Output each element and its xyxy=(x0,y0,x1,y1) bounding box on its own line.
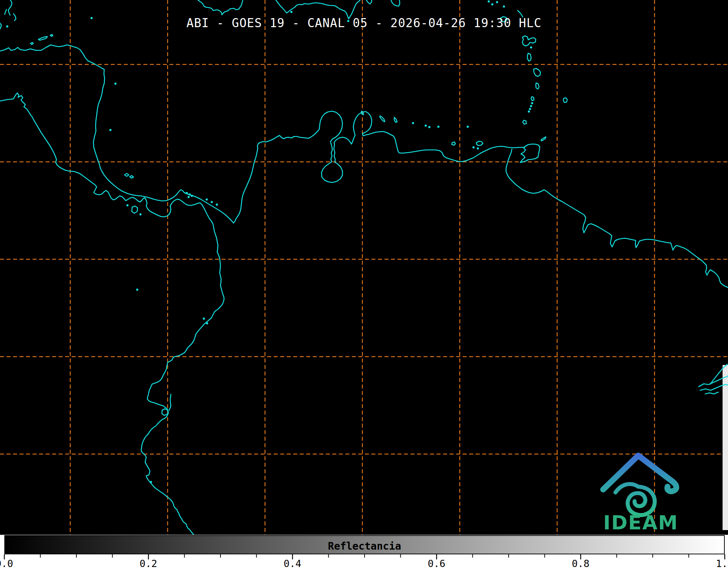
coast-honduras-fragment-2 xyxy=(5,9,7,14)
island-tobago xyxy=(541,137,546,141)
small-island-dot xyxy=(491,3,493,5)
island-guanaja xyxy=(50,34,53,36)
colorbar-tick-label: 0.2 xyxy=(140,558,157,569)
island-martinique xyxy=(534,68,540,76)
coast-pacific-fonseca-to-peru xyxy=(0,93,224,534)
island-curacao xyxy=(380,116,385,122)
small-island-dot xyxy=(467,126,469,128)
island-bocas-del-toro-1 xyxy=(125,173,129,176)
colorbar-footer: Reflectancia 0.00.20.40.60.81.0 xyxy=(0,535,728,571)
small-island-dot xyxy=(203,318,205,320)
small-island-dot xyxy=(530,46,532,49)
small-island-dot xyxy=(530,105,532,107)
small-island-dot xyxy=(136,289,138,291)
small-island-dot xyxy=(216,203,218,206)
colorbar-tick-label: 0.8 xyxy=(572,558,590,569)
island-grenada xyxy=(523,120,526,124)
small-island-dot xyxy=(188,196,190,198)
colorbar-tick-label: 0.0 xyxy=(0,558,13,569)
coast-orinoco-delta-guianas xyxy=(506,149,728,287)
island-hispaniola-east-fragment xyxy=(366,0,372,4)
small-island-dot xyxy=(206,198,208,201)
coastline-layer xyxy=(0,0,728,534)
small-island-dot xyxy=(186,192,188,194)
small-islands-layer xyxy=(6,0,533,483)
logo-text: IDEAM xyxy=(603,511,678,534)
small-island-dot xyxy=(531,102,533,104)
island-st-lucia xyxy=(536,83,539,89)
small-island-dot xyxy=(412,122,414,124)
logo-spiral-icon xyxy=(615,484,655,515)
small-island-dot xyxy=(206,322,208,324)
coast-honduras-fragment-1 xyxy=(8,0,12,15)
small-island-dot xyxy=(211,201,213,203)
colorbar-tick-label: 0.4 xyxy=(284,558,302,569)
small-island-dot xyxy=(191,195,193,197)
small-island-dot xyxy=(528,110,530,113)
island-dominica xyxy=(527,53,531,61)
island-barbados xyxy=(563,98,567,102)
edge-data-strip xyxy=(723,365,728,530)
small-island-dot xyxy=(126,204,129,206)
small-island-dot xyxy=(150,481,152,483)
small-island-dot xyxy=(139,213,142,215)
small-island-dot xyxy=(189,193,191,196)
small-island-dot xyxy=(425,125,427,127)
latlon-grid xyxy=(0,0,728,535)
island-jamaica-south-coast xyxy=(198,0,243,15)
small-island-dot xyxy=(428,126,430,128)
ideam-logo: IDEAM xyxy=(603,455,678,534)
island-puerto-rico-fragment xyxy=(391,0,400,6)
island-la-tortuga xyxy=(452,142,455,145)
island-coiba xyxy=(132,206,138,213)
small-island-dot xyxy=(503,5,505,8)
small-island-dot xyxy=(477,147,479,150)
colorbar-gradient: Reflectancia xyxy=(4,535,725,554)
colorbar-label: Reflectancia xyxy=(5,540,724,552)
edge-data-strip-rect xyxy=(723,365,728,530)
island-st-vincent xyxy=(531,97,534,101)
island-bocas-del-toro-2 xyxy=(130,176,134,178)
river-amazon-4 xyxy=(705,392,718,394)
colorbar-tick-label: 1.0 xyxy=(716,558,728,569)
colorbar-tick-label: 0.6 xyxy=(428,558,446,569)
small-island-dot xyxy=(114,83,117,85)
island-margarita xyxy=(476,141,483,146)
image-title: ABI - GOES 19 - CANAL 05 - 2026-04-26 19… xyxy=(0,16,728,30)
colorbar-ticks xyxy=(0,554,728,561)
small-island-dot xyxy=(109,129,111,131)
small-island-dot xyxy=(496,1,498,3)
coast-honduras-nicaragua-caribbean-to-venezuela xyxy=(0,45,525,223)
small-island-dot xyxy=(472,146,475,148)
small-island-dot xyxy=(290,11,293,13)
island-utila xyxy=(30,42,33,45)
river-guayas xyxy=(169,394,171,410)
satellite-image-viewer: IDEAM ABI - GOES 19 - CANAL 05 - 2026-04… xyxy=(0,0,728,571)
small-island-dot xyxy=(488,0,490,3)
small-island-dot xyxy=(529,108,531,110)
island-guadeloupe xyxy=(522,36,536,46)
small-island-dot xyxy=(437,126,439,128)
satellite-map: IDEAM xyxy=(0,0,728,535)
island-bonaire xyxy=(394,117,397,122)
island-roatan xyxy=(38,37,47,40)
